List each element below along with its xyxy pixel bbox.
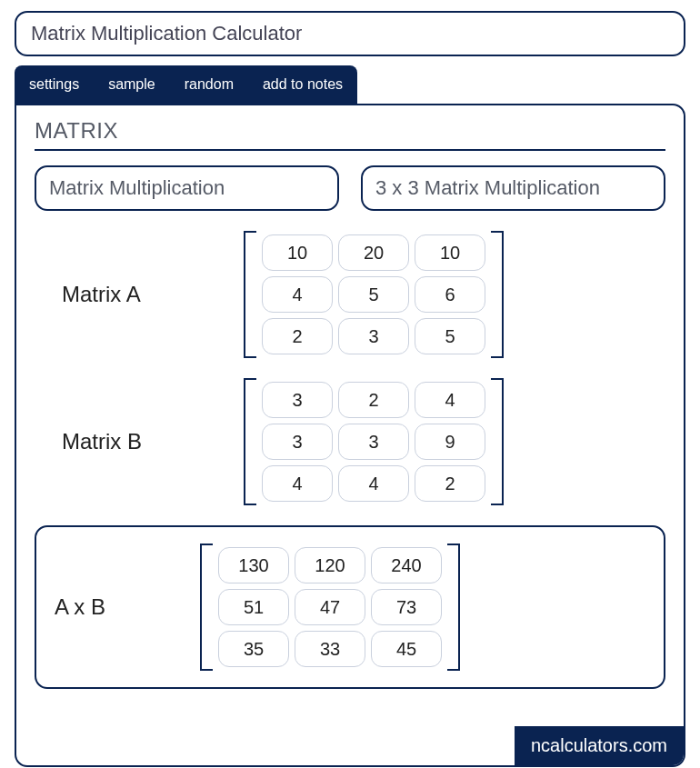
bracket-right-icon — [491, 378, 504, 505]
bracket-right-icon — [447, 544, 460, 671]
matrix-a-cell[interactable]: 5 — [415, 318, 485, 354]
matrix-a-cell[interactable]: 2 — [262, 318, 333, 354]
tab-settings[interactable]: settings — [15, 65, 94, 104]
matrix-a-cell[interactable]: 5 — [338, 276, 409, 313]
mode-row: Matrix Multiplication 3 x 3 Matrix Multi… — [35, 165, 665, 211]
result-cell: 51 — [218, 589, 289, 625]
matrix-b-cell[interactable]: 4 — [338, 465, 409, 502]
result-cell: 33 — [295, 631, 365, 667]
mode-matrix-multiplication[interactable]: Matrix Multiplication — [35, 165, 339, 211]
tab-add-to-notes[interactable]: add to notes — [248, 65, 357, 104]
matrix-b-cell[interactable]: 2 — [415, 465, 485, 502]
matrix-a-cell[interactable]: 4 — [262, 276, 333, 313]
tab-random[interactable]: random — [170, 65, 248, 104]
matrix-b-cell[interactable]: 9 — [415, 424, 485, 460]
result-cell: 47 — [295, 589, 365, 625]
matrix-a-label: Matrix A — [62, 282, 244, 307]
main-panel: MATRIX Matrix Multiplication 3 x 3 Matri… — [15, 104, 685, 767]
matrix-b-cell[interactable]: 4 — [262, 465, 333, 502]
result-matrix: 130 120 240 51 47 73 35 33 45 — [200, 540, 460, 674]
matrix-b-cell[interactable]: 3 — [338, 424, 409, 460]
bracket-left-icon — [244, 231, 256, 358]
result-cell: 130 — [218, 547, 289, 583]
bracket-left-icon — [200, 544, 213, 671]
result-cell: 73 — [371, 589, 442, 625]
matrix-a-cell[interactable]: 10 — [262, 234, 333, 271]
matrix-a-cell[interactable]: 3 — [338, 318, 409, 354]
matrix-a-cell[interactable]: 20 — [338, 234, 409, 271]
brand-badge[interactable]: ncalculators.com — [515, 726, 684, 765]
matrix-b-label: Matrix B — [62, 429, 244, 454]
matrix-a-row: Matrix A 10 20 10 4 5 6 2 3 5 — [62, 227, 629, 362]
bracket-right-icon — [491, 231, 504, 358]
result-cell: 120 — [295, 547, 365, 583]
tab-sample[interactable]: sample — [94, 65, 170, 104]
result-label: A x B — [55, 594, 200, 620]
section-title: MATRIX — [35, 118, 665, 151]
matrix-a: 10 20 10 4 5 6 2 3 5 — [244, 227, 504, 362]
mode-3x3-multiplication[interactable]: 3 x 3 Matrix Multiplication — [361, 165, 665, 211]
matrix-b-cell[interactable]: 4 — [415, 382, 485, 418]
matrix-a-cell[interactable]: 6 — [415, 276, 485, 313]
result-box: A x B 130 120 240 51 47 73 35 33 45 — [35, 525, 665, 689]
result-cell: 45 — [371, 631, 442, 667]
matrix-b: 3 2 4 3 3 9 4 4 2 — [244, 374, 504, 509]
page-title: Matrix Multiplication Calculator — [15, 11, 685, 56]
matrix-a-cell[interactable]: 10 — [415, 234, 485, 271]
matrix-b-row: Matrix B 3 2 4 3 3 9 4 4 2 — [62, 374, 629, 509]
matrix-b-cell[interactable]: 3 — [262, 382, 333, 418]
result-cell: 240 — [371, 547, 442, 583]
tab-bar: settings sample random add to notes — [15, 65, 357, 104]
matrix-b-cell[interactable]: 3 — [262, 424, 333, 460]
matrix-b-cell[interactable]: 2 — [338, 382, 409, 418]
result-cell: 35 — [218, 631, 289, 667]
bracket-left-icon — [244, 378, 256, 505]
